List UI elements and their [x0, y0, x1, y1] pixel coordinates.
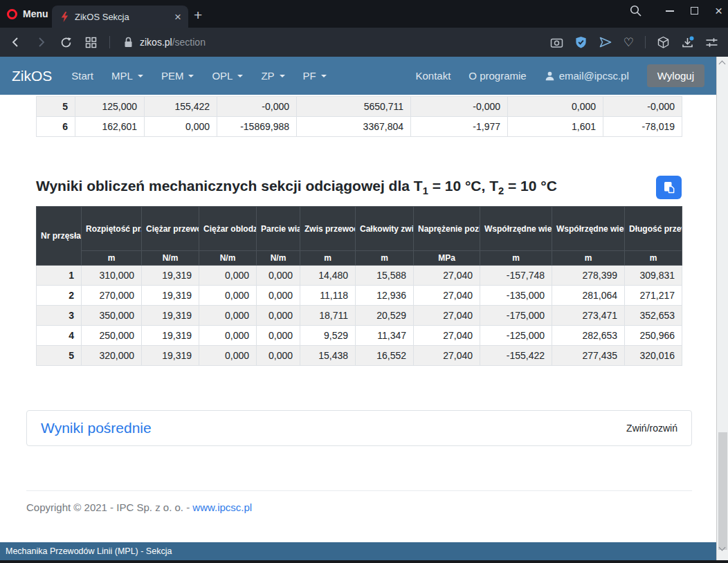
easy-setup-sliders-icon[interactable]: [705, 37, 718, 48]
reload-icon[interactable]: [60, 36, 73, 49]
taskbar-edge: [0, 560, 728, 563]
extensions-cube-icon[interactable]: [657, 36, 670, 49]
column-header: Współrzędne wierzchołka odległość: [480, 207, 552, 251]
user-account[interactable]: email@ipcsc.pl: [545, 70, 629, 82]
menu-label: Menu: [23, 8, 48, 19]
value-cell: -175,000: [480, 306, 552, 326]
column-header: Współrzędne wierzchołka wysokość: [552, 207, 625, 251]
column-header: Ciężar przewodu: [142, 207, 199, 251]
unit-header: MPa: [414, 251, 480, 266]
forward-icon[interactable]: [35, 36, 47, 48]
chevron-down-icon: [138, 75, 143, 77]
browser-tab[interactable]: ZikOS Sekcja ×: [52, 6, 188, 28]
value-cell: 19,319: [142, 266, 199, 286]
scrollbar-thumb[interactable]: [718, 432, 727, 550]
navbar-right-items: KontaktO programie: [415, 70, 526, 82]
shield-badge-icon[interactable]: [574, 36, 588, 49]
tab-title: ZikOS Sekcja: [75, 12, 169, 22]
user-icon: [545, 71, 555, 82]
page-scrollbar[interactable]: [716, 57, 728, 560]
nav-item-pem[interactable]: PEM: [161, 70, 194, 82]
value-cell: 0,000: [199, 286, 257, 306]
value-cell: 0,000: [145, 117, 217, 137]
value-cell: 310,000: [82, 266, 142, 286]
my-flow-paper-plane-icon[interactable]: [599, 36, 612, 48]
lock-icon[interactable]: [122, 36, 134, 48]
value-cell: 125,000: [75, 97, 145, 117]
nav-item-opl[interactable]: OPL: [212, 70, 243, 82]
tab-close-icon[interactable]: ×: [174, 11, 181, 23]
logout-button[interactable]: Wyloguj: [647, 64, 704, 87]
value-cell: 0,000: [257, 306, 300, 326]
page-content: 5125,000155,422-0,0005650,711-0,0000,000…: [0, 95, 716, 542]
copy-table-button[interactable]: [656, 176, 682, 199]
value-cell: 0,000: [257, 326, 300, 346]
collapse-expand-toggle[interactable]: Zwiń/rozwiń: [626, 423, 677, 434]
value-cell: 270,000: [82, 286, 142, 306]
intermediate-results-card: Wyniki pośrednie Zwiń/rozwiń: [26, 410, 692, 446]
value-cell: 27,040: [414, 286, 480, 306]
opera-menu-button[interactable]: Menu: [7, 8, 48, 19]
divider: [109, 36, 110, 48]
table-row: 3350,00019,3190,0000,00018,71120,52927,0…: [37, 306, 682, 326]
close-icon[interactable]: ×: [715, 4, 722, 17]
value-cell: 0,000: [257, 346, 300, 366]
value-cell: 0,000: [199, 326, 257, 346]
value-cell: 162,601: [75, 117, 145, 137]
intermediate-results-title[interactable]: Wyniki pośrednie: [41, 420, 152, 436]
value-cell: 282,653: [552, 326, 625, 346]
chevron-down-icon: [321, 75, 327, 77]
value-cell: 250,000: [82, 326, 142, 346]
table-row: 4250,00019,3190,0000,0009,52911,34727,04…: [37, 326, 682, 346]
nav-item-pf[interactable]: PF: [303, 70, 327, 82]
value-cell: 281,064: [552, 286, 625, 306]
search-icon[interactable]: [629, 4, 642, 17]
url-host: zikos.pl: [140, 37, 172, 48]
maximize-icon[interactable]: [691, 7, 698, 15]
row-number-cell: 5: [37, 346, 82, 366]
value-cell: -78,019: [603, 117, 682, 137]
nav-item-start[interactable]: Start: [71, 70, 93, 82]
tab-tiles-icon[interactable]: [85, 37, 97, 48]
value-cell: 14,480: [300, 266, 356, 286]
scroll-up-icon[interactable]: [720, 60, 725, 66]
brand-logo[interactable]: ZikOS: [12, 68, 52, 84]
value-cell: 278,399: [552, 266, 625, 286]
new-tab-button[interactable]: +: [194, 7, 202, 24]
value-cell: -0,000: [217, 97, 297, 117]
back-icon[interactable]: [10, 36, 22, 48]
value-cell: 11,347: [356, 326, 414, 346]
value-cell: 350,000: [82, 306, 142, 326]
value-cell: 27,040: [414, 346, 480, 366]
site-navbar: ZikOS StartMPLPEMOPLZPPF KontaktO progra…: [0, 57, 716, 95]
scroll-down-icon[interactable]: [720, 546, 725, 552]
column-header: Naprężenie poziome (σ): [414, 207, 480, 251]
nav-link-o-programie[interactable]: O programie: [468, 70, 526, 82]
table-row: 1310,00019,3190,0000,00014,48015,58827,0…: [37, 266, 682, 286]
value-cell: 5650,711: [297, 97, 411, 117]
unit-header: m: [552, 251, 625, 266]
bookmark-heart-icon[interactable]: ♡: [624, 37, 634, 48]
section-heading: Wyniki obliczeń mechanicznych sekcji odc…: [36, 178, 557, 196]
page-footer: Copyright © 2021 - IPC Sp. z o. o. - www…: [26, 490, 692, 514]
column-header: Całkowity zwis przewodu: [356, 207, 414, 251]
snapshot-camera-icon[interactable]: [550, 37, 563, 48]
company-link[interactable]: www.ipcsc.pl: [192, 501, 252, 513]
downloads-icon[interactable]: [681, 36, 694, 49]
unit-header: m: [480, 251, 552, 266]
row-number-cell: 6: [37, 117, 75, 137]
value-cell: 0,000: [257, 266, 300, 286]
copyright-text: Copyright © 2021 - IPC Sp. z o. o. - www…: [26, 501, 252, 513]
value-cell: 273,471: [552, 306, 625, 326]
status-text: Mechanika Przewodów Linii (MPL) - Sekcja: [6, 546, 172, 556]
column-header: Parcie wiatru: [257, 207, 300, 251]
url-display[interactable]: zikos.pl/section: [140, 37, 206, 48]
column-header: Zwis przewodu: [300, 207, 356, 251]
table-row: 5125,000155,422-0,0005650,711-0,0000,000…: [37, 97, 682, 117]
nav-link-kontakt[interactable]: Kontakt: [415, 70, 451, 82]
nav-item-mpl[interactable]: MPL: [111, 70, 143, 82]
value-cell: -157,748: [480, 266, 552, 286]
nav-item-zp[interactable]: ZP: [261, 70, 284, 82]
minimize-icon[interactable]: [666, 10, 674, 12]
row-number-cell: 1: [37, 266, 82, 286]
